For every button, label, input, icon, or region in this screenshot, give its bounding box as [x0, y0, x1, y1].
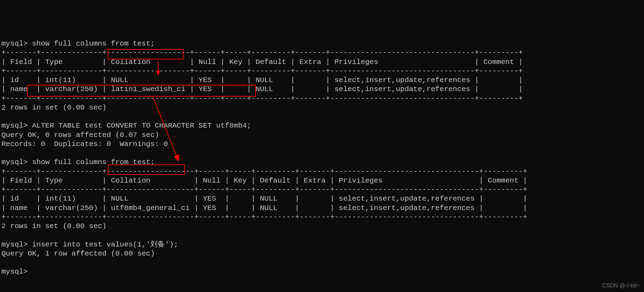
- prompt: mysql>: [1, 158, 28, 166]
- table-row: | id | int(11) | NULL | YES | | NULL | |…: [1, 76, 523, 84]
- prompt: mysql>: [1, 40, 28, 48]
- command-alter-table: ALTER TABLE test CONVERT TO CHARACTER SE…: [32, 122, 251, 130]
- result-rows: 2 rows in set (0.00 sec): [1, 222, 106, 230]
- table-row: | name | varchar(250) | latin1_swedish_c…: [1, 85, 523, 93]
- prompt: mysql>: [1, 268, 28, 276]
- table-border: +-------+--------------+----------------…: [1, 168, 527, 176]
- result-query-ok: Query OK, 0 rows affected (0.07 sec): [1, 131, 159, 139]
- watermark: CSDN @小bit~: [602, 282, 640, 289]
- terminal-output: mysql> show full columns from test; +---…: [1, 39, 643, 277]
- table-row: | id | int(11) | NULL | YES | | NULL | |…: [1, 195, 527, 203]
- table-header-row: | Field | Type | Collation | Null | Key …: [1, 177, 527, 185]
- result-query-ok: Query OK, 1 row affected (0.00 sec): [1, 250, 155, 258]
- table-border: +-------+--------------+----------------…: [1, 186, 527, 194]
- command-show-columns-1: show full columns from test;: [32, 40, 155, 48]
- table-row: | name | varchar(250) | utf8mb4_general_…: [1, 204, 527, 212]
- table-border: +-------+--------------+----------------…: [1, 49, 523, 57]
- command-show-columns-2: show full columns from test;: [32, 158, 155, 166]
- prompt: mysql>: [1, 122, 28, 130]
- command-insert: insert into test values(1,'刘备');: [32, 241, 178, 249]
- result-records: Records: 0 Duplicates: 0 Warnings: 0: [1, 140, 168, 148]
- result-rows: 2 rows in set (0.00 sec): [1, 104, 106, 112]
- prompt: mysql>: [1, 241, 28, 249]
- table-border: +-------+--------------+----------------…: [1, 95, 523, 103]
- table-header-row: | Field | Type | Collation | Null | Key …: [1, 58, 523, 66]
- table-border: +-------+--------------+----------------…: [1, 213, 527, 221]
- table-border: +-------+--------------+----------------…: [1, 67, 523, 75]
